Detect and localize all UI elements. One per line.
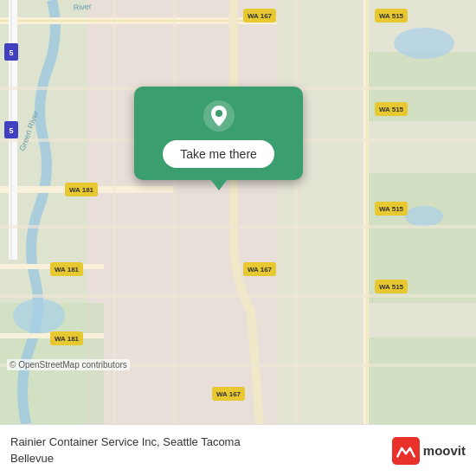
svg-rect-55: [392, 437, 420, 465]
svg-text:WA 167: WA 167: [216, 390, 241, 398]
svg-point-54: [215, 110, 222, 117]
svg-rect-26: [294, 0, 298, 424]
moovit-text: moovit: [423, 443, 466, 458]
svg-rect-21: [0, 225, 476, 228]
svg-text:WA 181: WA 181: [55, 335, 80, 343]
svg-text:WA 515: WA 515: [379, 106, 404, 113]
svg-rect-5: [363, 338, 476, 424]
copyright-text: © OpenStreetMap contributors: [7, 359, 130, 370]
svg-text:WA 167: WA 167: [248, 266, 273, 273]
svg-text:WA 515: WA 515: [379, 12, 404, 20]
svg-text:WA 515: WA 515: [379, 283, 404, 291]
svg-rect-22: [0, 294, 476, 298]
take-me-there-button[interactable]: Take me there: [163, 140, 274, 168]
svg-text:WA 181: WA 181: [55, 266, 80, 273]
svg-text:WA 181: WA 181: [69, 186, 94, 194]
location-line2: Bellevue: [10, 451, 241, 466]
svg-text:5: 5: [9, 48, 13, 57]
svg-text:5: 5: [9, 126, 13, 135]
location-text: Rainier Container Service Inc, Seattle T…: [10, 434, 241, 466]
svg-rect-16: [366, 0, 368, 424]
svg-point-7: [13, 299, 65, 333]
svg-text:WA 515: WA 515: [379, 205, 404, 213]
svg-point-8: [394, 28, 454, 59]
location-line1: Rainier Container Service Inc, Seattle T…: [10, 434, 241, 450]
location-pin-icon: [203, 100, 235, 132]
moovit-logo[interactable]: moovit: [392, 437, 466, 465]
svg-point-9: [405, 206, 443, 227]
moovit-icon: [392, 437, 420, 465]
svg-rect-25: [173, 0, 177, 424]
svg-text:WA 167: WA 167: [248, 12, 273, 20]
info-bar: Rainier Container Service Inc, Seattle T…: [0, 424, 476, 476]
popup-card: Take me there: [134, 87, 303, 180]
map-container: WA 167 WA 515 WA 515 WA 181 WA 515 WA 18…: [0, 0, 476, 424]
svg-text:River: River: [73, 2, 92, 12]
